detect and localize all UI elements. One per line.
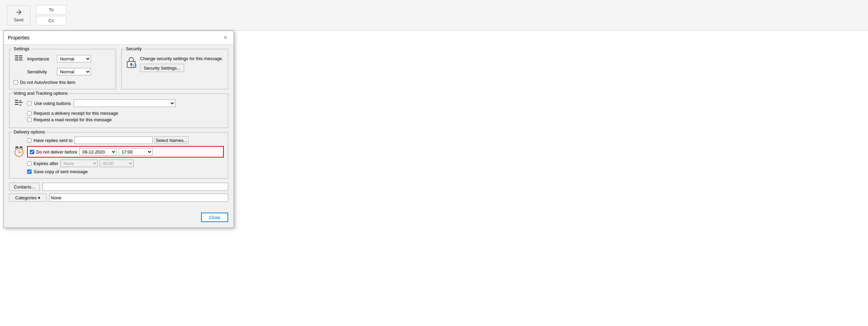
svg-rect-5 [15,59,18,60]
contacts-input[interactable] [42,183,228,191]
expires-time-dropdown[interactable]: 00:00 [100,160,134,167]
reply-to-input[interactable] [75,137,153,144]
contacts-row: Contacts... [9,183,228,191]
voting-dropdown[interactable] [74,99,175,107]
delivery-legend: Delivery options [12,129,46,134]
deliver-time-dropdown[interactable]: 17:00 [119,148,153,156]
dialog-close-button[interactable]: × [221,34,230,42]
expires-row: Expires after None 00:00 [27,160,224,167]
expires-label: Expires after [34,161,58,166]
autoarchive-checkbox[interactable] [14,80,18,85]
save-copy-label: Save copy of sent message [34,169,88,174]
importance-dropdown[interactable]: Normal High Low [57,55,91,62]
autoarchive-row: Do not AutoArchive this item [14,80,112,85]
svg-rect-14 [19,102,22,103]
settings-legend: Settings [12,46,31,51]
categories-label: Categories [15,195,37,200]
reply-row: Have replies sent to Select Names... [27,137,224,144]
svg-rect-6 [19,59,22,60]
security-text-area: Change security settings for this messag… [140,56,223,72]
voting-label: Use voting buttons [34,101,71,106]
deliver-before-row: Do not deliver before 09-12-2020 17:00 [27,146,224,158]
read-receipt-checkbox[interactable] [27,117,32,122]
save-copy-row: Save copy of sent message [27,169,224,174]
delivery-receipt-label: Request a delivery receipt for this mess… [34,111,118,116]
svg-rect-19 [16,146,18,148]
contacts-button[interactable]: Contacts... [9,183,40,191]
security-description: Change security settings for this messag… [140,56,223,61]
importance-row: Importance Normal High Low [14,53,112,64]
importance-svg-icon [14,54,24,64]
deliver-date-dropdown[interactable]: 09-12-2020 [79,148,117,156]
categories-button[interactable]: Categories ▾ [9,194,46,202]
svg-point-8 [130,63,132,65]
close-dialog-button[interactable]: Close [201,213,228,222]
sensitivity-row: Sensitivity Normal Personal Private Conf… [14,66,112,77]
do-not-deliver-label: Do not deliver before [36,149,77,155]
dialog-title: Properties [8,35,29,40]
properties-dialog: Properties × Settings [3,31,234,228]
svg-rect-2 [15,57,18,58]
voting-row: Use voting buttons [14,98,224,109]
security-lock-icon [126,56,137,70]
delivery-clock-icon [14,145,24,159]
security-content: Change security settings for this messag… [126,56,224,72]
have-replies-checkbox[interactable] [27,138,32,143]
select-names-button[interactable]: Select Names... [155,137,189,144]
have-replies-label: Have replies sent to [34,138,73,143]
dialog-content: Settings Importanc [4,45,234,213]
do-not-deliver-checkbox[interactable] [30,150,34,154]
voting-icon [14,98,24,109]
delivery-fields: Have replies sent to Select Names... Do … [27,137,224,167]
autoarchive-label: Do not AutoArchive this item [20,80,75,85]
svg-rect-4 [19,57,22,58]
categories-input[interactable] [49,194,228,202]
expires-date-dropdown[interactable]: None [60,160,98,167]
sensitivity-dropdown[interactable]: Normal Personal Private Confidential [57,68,91,75]
sensitivity-icon-spacer [14,66,24,77]
svg-rect-12 [15,100,18,101]
settings-security-row: Settings Importanc [9,49,228,89]
read-receipt-label: Request a read receipt for this message [34,117,112,122]
svg-rect-1 [15,55,18,56]
delivery-receipt-checkbox[interactable] [27,111,32,115]
categories-dropdown-arrow: ▾ [38,195,40,200]
dialog-footer: Close [4,213,234,228]
svg-rect-13 [15,102,18,103]
close-x-icon: × [224,35,227,41]
svg-line-11 [136,67,137,68]
expires-checkbox[interactable] [27,161,32,166]
svg-point-10 [133,64,136,67]
dialog-overlay: Properties × Settings [0,0,237,326]
security-legend: Security [124,46,143,51]
importance-label: Importance [27,56,54,61]
svg-rect-3 [19,55,22,56]
voting-legend: Voting and Tracking options [12,91,69,96]
svg-rect-20 [20,146,22,148]
sensitivity-label: Sensitivity [27,69,54,74]
security-box: Security [121,49,228,89]
dialog-titlebar: Properties × [4,31,234,45]
categories-row: Categories ▾ [9,194,228,202]
voting-checkbox[interactable] [27,101,32,106]
security-settings-button[interactable]: Security Settings... [140,64,184,72]
read-receipt-row: Request a read receipt for this message [27,117,224,122]
delivery-receipt-row: Request a delivery receipt for this mess… [27,111,224,116]
importance-icon [14,53,24,64]
svg-rect-15 [15,104,18,105]
delivery-main-row: Have replies sent to Select Names... Do … [14,137,224,167]
voting-section: Voting and Tracking options Use [9,93,228,128]
save-copy-checkbox[interactable] [27,169,32,174]
voting-check-rows: Request a delivery receipt for this mess… [14,111,224,122]
delivery-section: Delivery options [9,132,228,179]
settings-box: Settings Importanc [9,49,116,89]
